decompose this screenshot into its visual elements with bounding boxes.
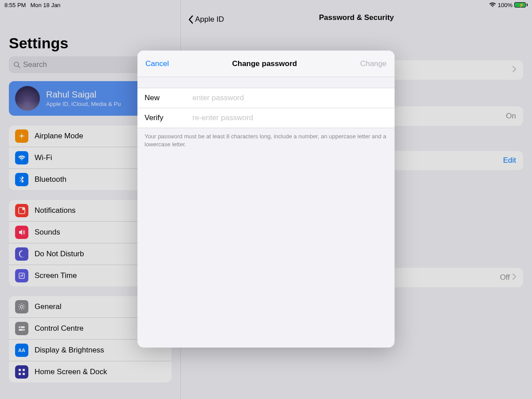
new-password-row[interactable]: New enter password: [137, 88, 395, 108]
new-password-label: New: [145, 94, 192, 102]
verify-password-row[interactable]: Verify re-enter password: [137, 108, 395, 128]
password-requirements: Your password must be at least 8 charact…: [137, 128, 395, 153]
modal-title: Change password: [232, 59, 297, 68]
modal-header: Cancel Change password Change: [137, 51, 395, 77]
verify-password-input[interactable]: re-enter password: [192, 113, 387, 122]
change-password-modal: Cancel Change password Change New enter …: [137, 51, 395, 348]
verify-password-label: Verify: [145, 113, 192, 122]
change-button[interactable]: Change: [360, 59, 387, 68]
new-password-input[interactable]: enter password: [192, 94, 387, 102]
cancel-button[interactable]: Cancel: [145, 59, 169, 68]
